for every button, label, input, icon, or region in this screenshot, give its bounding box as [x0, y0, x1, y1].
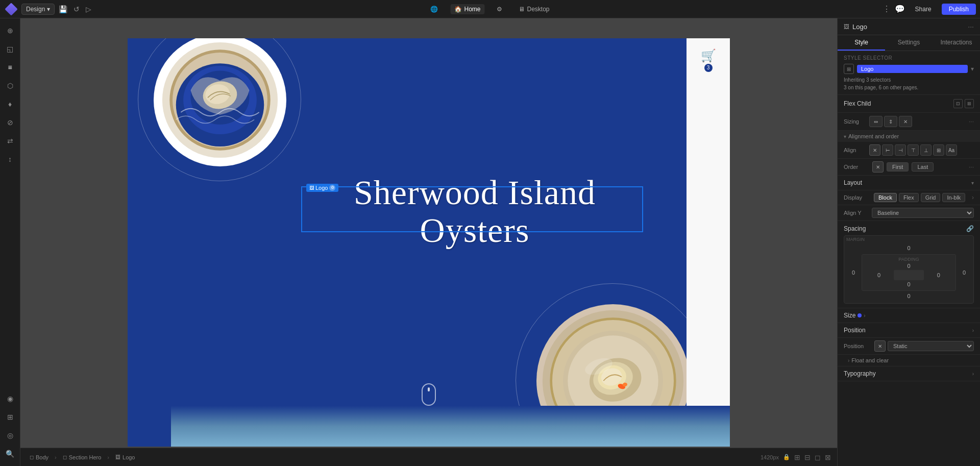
flex-child-expand-icon[interactable]: ⊡	[953, 99, 963, 108]
order-first-btn[interactable]: First	[887, 162, 909, 171]
padding-top-input[interactable]	[901, 263, 917, 269]
page-canvas[interactable]: 🖼 Logo ⚙ Sherwood Island Oysters	[20, 18, 837, 466]
interactions-icon[interactable]: ⇄	[2, 133, 18, 149]
tab-style[interactable]: Style	[838, 35, 885, 51]
align-right-btn[interactable]: ⊤	[908, 144, 919, 156]
components-icon[interactable]: ⬡	[2, 78, 18, 94]
devices-icon[interactable]: 💬	[895, 4, 905, 14]
section-hero-label: Section Hero	[69, 454, 102, 460]
align-center-v-btn[interactable]: ⊞	[933, 144, 944, 156]
bottom-water-area	[171, 406, 730, 447]
align-top-btn[interactable]: ⊥	[920, 144, 932, 156]
logo-settings-icon[interactable]: ⚙	[329, 185, 335, 191]
navigator-icon[interactable]: ≡	[2, 59, 18, 76]
toolbar-action-icons: 💾 ↺ ▷	[59, 5, 91, 13]
order-row: Order ✕ First Last ···	[838, 159, 980, 176]
spacing-box: MARGIN PADDING	[844, 235, 974, 304]
play-icon[interactable]: ▷	[86, 5, 91, 13]
margin-right-input[interactable]	[958, 269, 970, 276]
breadcrumb-section-hero[interactable]: ◻ Section Hero	[60, 453, 105, 461]
add-element-icon[interactable]: ⊕	[2, 22, 18, 39]
globe-icon[interactable]: 🌐	[426, 4, 442, 14]
sizing-controls: ⇔ ⇕ ✕	[869, 116, 969, 127]
display-flex-btn[interactable]: Flex	[899, 193, 919, 202]
settings-icon[interactable]: ⚙	[493, 4, 506, 14]
alignment-order-header[interactable]: ▾ Alignment and order	[838, 131, 980, 142]
logo-selector-badge[interactable]: Logo	[857, 65, 968, 73]
margin-bottom-row	[847, 291, 970, 300]
selector-box-icon[interactable]: ⊞	[844, 64, 854, 74]
logic-icon[interactable]: ◉	[2, 390, 18, 407]
order-more-icon[interactable]: ···	[969, 163, 974, 170]
sizing-horizontal-btn[interactable]: ⇔	[869, 116, 883, 127]
margin-bottom-input[interactable]	[901, 293, 917, 299]
home-nav-item[interactable]: 🏠 Home	[450, 4, 484, 14]
breadcrumb-logo[interactable]: 🖼 Logo	[112, 453, 138, 461]
cart-icon[interactable]: 🛒	[701, 48, 716, 63]
history-icon[interactable]: ↺	[74, 5, 80, 13]
tab-interactions[interactable]: Interactions	[933, 35, 980, 51]
align-text-btn[interactable]: Aa	[946, 144, 957, 156]
align-y-label: Align Y	[844, 210, 872, 216]
search-icon[interactable]: 🔍	[2, 446, 18, 462]
pages-icon[interactable]: ◱	[2, 41, 18, 57]
design-mode-label: Design	[26, 6, 45, 13]
typography-arrow-icon: ›	[972, 371, 974, 377]
display-grid-btn[interactable]: Grid	[921, 193, 941, 202]
padding-right-input[interactable]	[924, 272, 953, 278]
hero-heading[interactable]: Sherwood Island Oysters	[301, 174, 648, 250]
align-clear-btn[interactable]: ✕	[869, 144, 880, 156]
typography-section-header[interactable]: Typography ›	[838, 366, 980, 381]
view-options-2[interactable]: ⊟	[804, 453, 811, 461]
selector-dropdown-icon[interactable]: ▾	[971, 65, 974, 72]
panel-more-options[interactable]: ···	[968, 22, 974, 31]
cms-icon[interactable]: ⊘	[2, 114, 18, 131]
padding-left-input[interactable]	[864, 272, 894, 278]
position-select[interactable]: Static Relative Absolute Fixed Sticky	[888, 341, 974, 351]
share-button[interactable]: Share	[909, 4, 938, 15]
position-section-header[interactable]: Position ›	[838, 323, 980, 338]
align-buttons: ✕ ⊢ ⊣ ⊤ ⊥ ⊞ Aa	[869, 144, 957, 156]
view-options-4[interactable]: ⊠	[825, 453, 831, 461]
size-section-header[interactable]: Size ›	[838, 308, 980, 323]
desktop-nav-item[interactable]: 🖥 Desktop	[514, 4, 553, 14]
style-manager-icon[interactable]: ↕	[2, 151, 18, 167]
align-y-select[interactable]: Baseline Top Middle Bottom	[872, 208, 974, 218]
more-options-icon[interactable]: ⋮	[883, 4, 891, 14]
publish-button[interactable]: Publish	[942, 4, 976, 15]
margin-top-input[interactable]	[901, 245, 917, 251]
assets-icon[interactable]: ♦	[2, 96, 18, 112]
align-center-h-btn[interactable]: ⊣	[895, 144, 906, 156]
spacing-link-icon[interactable]: 🔗	[966, 225, 974, 232]
sizing-more-icon[interactable]: ···	[969, 118, 974, 125]
display-inline-block-btn[interactable]: In-blk	[942, 193, 965, 202]
float-clear-row[interactable]: › Float and clear	[838, 355, 980, 366]
tab-settings[interactable]: Settings	[885, 35, 933, 51]
layout-section-header[interactable]: Layout ▾	[838, 176, 980, 190]
display-block-btn[interactable]: Block	[874, 193, 897, 202]
layout-title: Layout	[844, 179, 862, 186]
view-options-3[interactable]: ◻	[815, 453, 821, 461]
sizing-both-btn[interactable]: ✕	[899, 116, 912, 127]
margin-middle-row: PADDING	[847, 254, 970, 291]
design-mode-button[interactable]: Design ▾	[21, 4, 55, 15]
order-last-btn[interactable]: Last	[912, 162, 934, 171]
position-clear-btn[interactable]: ✕	[874, 340, 886, 352]
align-left-btn[interactable]: ⊢	[882, 144, 893, 156]
breadcrumb-sep-2: ›	[107, 454, 109, 460]
body-icon: ◻	[30, 454, 34, 460]
resolution-lock-icon[interactable]: 🔒	[783, 454, 790, 460]
style-selector-label: Style selector	[844, 55, 974, 61]
order-clear-btn[interactable]: ✕	[872, 161, 884, 173]
flex-child-more-icon[interactable]: ⊞	[965, 99, 974, 108]
margin-left-input[interactable]	[847, 269, 860, 276]
save-icon[interactable]: 💾	[59, 5, 67, 13]
position-row: Position ✕ Static Relative Absolute Fixe…	[838, 338, 980, 355]
breadcrumb-body[interactable]: ◻ Body	[27, 453, 52, 461]
settings-icon[interactable]: ◎	[2, 427, 18, 444]
display-more-icon[interactable]: ›	[972, 194, 974, 201]
sizing-vertical-btn[interactable]: ⇕	[884, 116, 897, 127]
padding-bottom-input[interactable]	[901, 281, 917, 287]
view-options-1[interactable]: ⊞	[794, 453, 800, 461]
grid-view-icon[interactable]: ⊞	[2, 409, 18, 425]
